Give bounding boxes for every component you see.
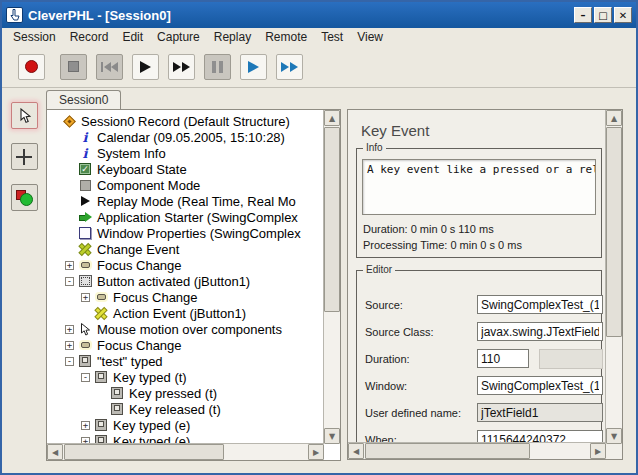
tree-vertical-scrollbar[interactable]	[323, 110, 340, 444]
tree-item[interactable]: Replay Mode (Real Time, Real Mo	[47, 193, 324, 209]
app-window: CleverPHL - [Session0] –□✕ SessionRecord…	[0, 0, 638, 475]
collapse-toggle-icon[interactable]: -	[65, 277, 74, 286]
tree-item-label: Key typed (e)	[113, 418, 190, 433]
menu-item-replay[interactable]: Replay	[209, 29, 256, 45]
expand-toggle-icon[interactable]: +	[65, 341, 74, 350]
collapse-toggle-icon[interactable]: -	[65, 357, 74, 366]
detail-vertical-scrollbar[interactable]	[605, 110, 622, 444]
detail-panel: Key Event Info A key event like a presse…	[347, 109, 623, 460]
expand-toggle-icon[interactable]: +	[65, 325, 74, 334]
stop-icon	[68, 61, 79, 72]
window-properties-icon	[77, 226, 93, 240]
tree-item[interactable]: ✓Keyboard State	[47, 161, 324, 177]
tree-item[interactable]: Session0 Record (Default Structure)	[47, 113, 324, 129]
tree-item[interactable]: Application Starter (SwingComplex	[47, 209, 324, 225]
replay-fast-forward-button[interactable]	[276, 54, 303, 80]
close-button[interactable]: ✕	[614, 7, 632, 23]
tree-item[interactable]: iCalendar (09.05.2005, 15:10:28)	[47, 129, 324, 145]
change-event-icon	[77, 242, 93, 256]
tree-item[interactable]: -Key typed (t)	[47, 369, 324, 385]
button-activated-icon	[77, 274, 93, 288]
select-mode-button[interactable]	[11, 102, 38, 129]
editor-field-row: User defined name:	[365, 403, 601, 422]
detail-horizontal-scrollbar[interactable]	[348, 442, 606, 459]
tab-session0[interactable]: Session0	[46, 90, 121, 109]
menu-item-view[interactable]: View	[352, 29, 388, 45]
tree-horizontal-scrollbar[interactable]	[47, 443, 324, 460]
tree-item[interactable]: Component Mode	[47, 177, 324, 193]
tree-item-label: Component Mode	[97, 178, 200, 193]
scroll-right-icon[interactable]	[308, 444, 324, 460]
record-button[interactable]	[18, 54, 45, 80]
scrollbar-thumb[interactable]	[365, 443, 530, 459]
window-controls: –□✕	[574, 7, 632, 23]
tree-item-label: System Info	[97, 146, 166, 161]
field-label-source: Source:	[365, 299, 477, 311]
tree: Session0 Record (Default Structure)iCale…	[47, 110, 324, 444]
skip-to-start-icon	[101, 62, 118, 72]
menu-item-capture[interactable]: Capture	[152, 29, 205, 45]
skip-to-start-button[interactable]	[96, 54, 123, 80]
scroll-down-icon[interactable]	[606, 428, 622, 444]
scrollbar-thumb[interactable]	[324, 127, 340, 312]
stop-button[interactable]	[60, 54, 87, 80]
tree-item[interactable]: +Focus Change	[47, 289, 324, 305]
field-input-user-defined-name[interactable]	[477, 403, 603, 422]
maximize-button[interactable]: □	[594, 7, 612, 23]
menu-item-remote[interactable]: Remote	[260, 29, 312, 45]
tree-item[interactable]: iSystem Info	[47, 145, 324, 161]
field-input-source-class[interactable]	[477, 322, 603, 341]
tree-item[interactable]: +Key typed (e)	[47, 417, 324, 433]
tree-item[interactable]: -"test" typed	[47, 353, 324, 369]
replay-play-button[interactable]	[240, 54, 267, 80]
title-bar[interactable]: CleverPHL - [Session0] –□✕	[2, 2, 636, 28]
tree-item[interactable]: +Focus Change	[47, 337, 324, 353]
info-legend: Info	[363, 142, 386, 153]
expand-toggle-icon[interactable]: +	[81, 293, 90, 302]
scroll-left-icon[interactable]	[47, 444, 63, 460]
menu-item-session[interactable]: Session	[8, 29, 61, 45]
menu-item-test[interactable]: Test	[316, 29, 348, 45]
tree-item[interactable]: Change Event	[47, 241, 324, 257]
editor-groupbox: Editor Source:Source Class:Duration:Wind…	[356, 270, 602, 448]
action-event-icon	[93, 306, 109, 320]
field-label-user-defined-name: User defined name:	[365, 407, 477, 419]
tree-item[interactable]: Action Event (jButton1)	[47, 305, 324, 321]
workspace: Session0 Session0 Record (Default Struct…	[2, 88, 636, 473]
play-button[interactable]	[132, 54, 159, 80]
focus-change-icon	[77, 338, 93, 352]
tree-item[interactable]: +Mouse motion over components	[47, 321, 324, 337]
minimize-button[interactable]: –	[574, 7, 592, 23]
scroll-left-icon[interactable]	[348, 443, 364, 459]
scrollbar-thumb[interactable]	[606, 127, 622, 337]
field-input-source[interactable]	[477, 295, 603, 314]
session-tree-panel: Session0 Record (Default Structure)iCale…	[46, 109, 341, 461]
tree-item[interactable]: Window Properties (SwingComplex	[47, 225, 324, 241]
scroll-right-icon[interactable]	[590, 443, 606, 459]
scroll-down-icon[interactable]	[324, 428, 340, 444]
tree-item[interactable]: Key pressed (t)	[47, 385, 324, 401]
pause-icon	[212, 61, 223, 73]
tree-item-label: Calendar (09.05.2005, 15:10:28)	[97, 130, 285, 145]
tree-item[interactable]: Key released (t)	[47, 401, 324, 417]
fast-forward-button[interactable]	[168, 54, 195, 80]
scroll-up-icon[interactable]	[324, 110, 340, 126]
editor-field-row: Duration:	[365, 349, 601, 368]
field-input-duration[interactable]	[477, 349, 529, 368]
event-description-text[interactable]: A key event like a pressed or a rel	[362, 159, 596, 215]
crosshair-plus-icon	[16, 149, 32, 165]
add-component-button[interactable]	[11, 143, 38, 170]
scroll-up-icon[interactable]	[606, 110, 622, 126]
menu-item-edit[interactable]: Edit	[117, 29, 148, 45]
tree-item[interactable]: +Focus Change	[47, 257, 324, 273]
collapse-toggle-icon[interactable]: -	[81, 373, 90, 382]
expand-toggle-icon[interactable]: +	[65, 261, 74, 270]
expand-toggle-icon[interactable]: +	[81, 421, 90, 430]
record-object-button[interactable]	[11, 184, 38, 211]
tree-item[interactable]: -Button activated (jButton1)	[47, 273, 324, 289]
field-input-window[interactable]	[477, 376, 603, 395]
replay-fast-forward-icon	[281, 62, 298, 72]
menu-item-record[interactable]: Record	[65, 29, 114, 45]
scrollbar-thumb[interactable]	[64, 444, 224, 460]
pause-button[interactable]	[204, 54, 231, 80]
